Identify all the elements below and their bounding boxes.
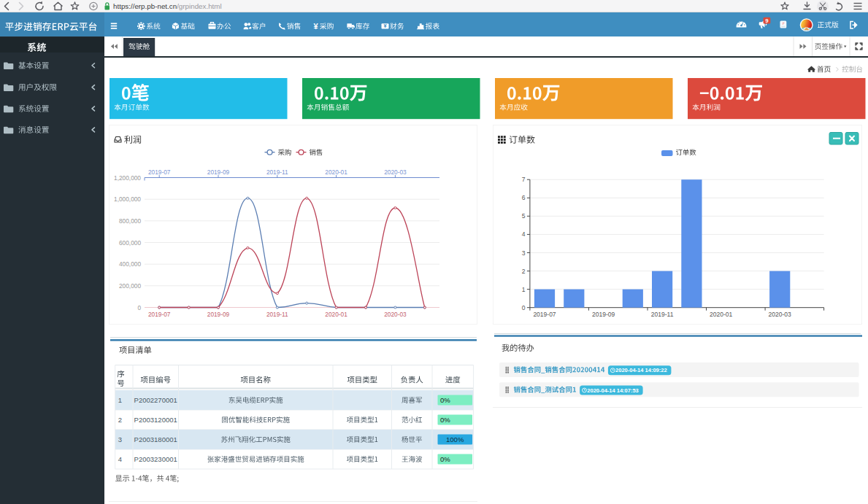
svg-text:2: 2 [522,268,526,275]
svg-text:2020-01: 2020-01 [710,311,732,318]
svg-text:1: 1 [118,396,122,404]
svg-text:600,000: 600,000 [119,239,141,247]
svg-text:800,000: 800,000 [119,217,141,225]
svg-text:2019-07: 2019-07 [148,311,171,318]
svg-text:0: 0 [522,304,526,311]
svg-text:2020-04-14 14:09:22: 2020-04-14 14:09:22 [615,367,667,373]
svg-text:2020-04-14 14:07:53: 2020-04-14 14:07:53 [587,387,638,394]
svg-text:2019-07: 2019-07 [148,168,171,176]
svg-text:5: 5 [522,212,526,220]
svg-text:2019-09: 2019-09 [207,168,230,176]
svg-text:4: 4 [118,455,122,463]
svg-text:0%: 0% [440,416,450,424]
svg-text:3: 3 [118,435,122,443]
svg-text:6: 6 [522,194,526,201]
svg-text:2019-11: 2019-11 [266,311,288,318]
svg-text:2019-11: 2019-11 [266,168,288,176]
svg-text:2019-11: 2019-11 [651,311,674,318]
svg-text:P2003230001: P2003230001 [134,455,177,463]
svg-text:3: 3 [522,249,526,257]
svg-text:0: 0 [137,304,141,311]
svg-text:1,000,000: 1,000,000 [114,195,141,203]
svg-text:1,200,000: 1,200,000 [114,174,141,182]
svg-text:200,000: 200,000 [119,282,141,290]
svg-text:400,000: 400,000 [119,260,141,268]
svg-text:9: 9 [765,18,769,24]
svg-text:2019-07: 2019-07 [533,311,556,318]
svg-text:7: 7 [522,176,526,183]
svg-text:P2002270001: P2002270001 [134,396,177,404]
svg-text:¥: ¥ [314,22,319,31]
svg-text:100%: 100% [446,435,464,443]
svg-text:2020-03: 2020-03 [384,168,407,176]
svg-text:2020-03: 2020-03 [769,311,791,318]
svg-text:0%: 0% [440,396,450,404]
svg-text:2019-09: 2019-09 [592,311,615,318]
svg-text:4: 4 [522,230,526,238]
svg-text:2020-01: 2020-01 [325,311,347,318]
svg-text:1: 1 [522,286,526,293]
svg-text:P2003120001: P2003120001 [134,416,177,424]
svg-text:2019-09: 2019-09 [207,311,230,318]
svg-text:0%: 0% [440,455,450,463]
svg-text:2: 2 [118,416,122,424]
svg-text:2020-01: 2020-01 [325,168,347,176]
svg-text:2020-03: 2020-03 [384,311,407,318]
svg-text:https://erp.pb-net.cn/grpindex: https://erp.pb-net.cn/grpindex.html [113,2,222,10]
svg-text:P2003180001: P2003180001 [134,435,177,443]
